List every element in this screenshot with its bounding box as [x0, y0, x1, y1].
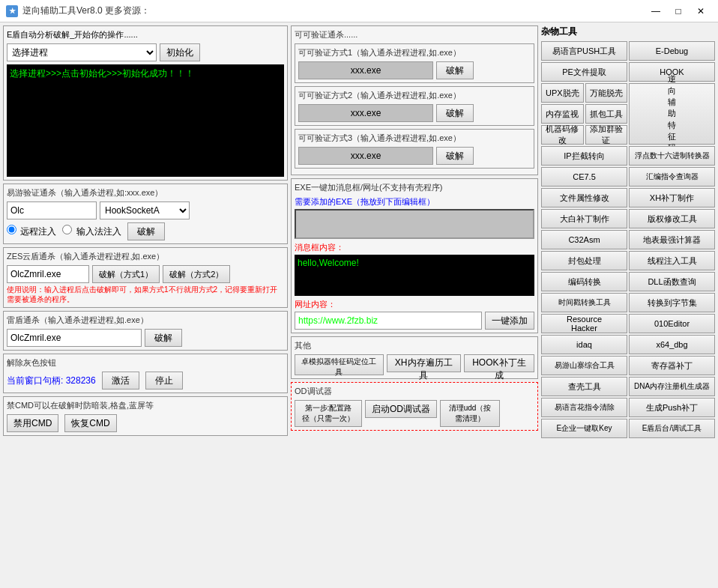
verify-v2-crack-button[interactable]: 破解 [436, 104, 474, 122]
eshield-section: E盾自动分析破解_开始你的操作...... 选择进程 初始化 选择进程>>>点击… [3, 25, 288, 181]
restore-cmd-button[interactable]: 恢复CMD [64, 414, 116, 432]
od-start-button[interactable]: 启动OD调试器 [365, 400, 437, 418]
e-one-key-button[interactable]: E企业一键取Key [541, 419, 627, 438]
lei-crack-button[interactable]: 破解 [145, 329, 182, 347]
zes-section: ZES云盾通杀（输入通杀进程进程,如.exe） 破解（方式1） 破解（方式2） … [3, 247, 288, 308]
middle-panel: 可可验证通杀...... 可可验证方式1（输入通杀进程进程,如.exe） 破解 … [291, 25, 538, 585]
verify-v1-section: 可可验证方式1（输入通杀进程进程,如.exe） 破解 [295, 43, 534, 83]
input-inject-label[interactable]: 输入法注入 [62, 225, 121, 238]
android-locate-button[interactable]: 卓模拟器特征码定位工具 [295, 354, 384, 375]
memory-watch-button[interactable]: 内存监视 [541, 104, 584, 124]
verify-v1-input[interactable] [298, 61, 433, 79]
left-two-cols: UPX脱壳 万能脱壳 内存监视 抓包工具 机器码修改 添加群验证 [541, 83, 627, 145]
packet-button[interactable]: 抓包工具 [585, 104, 628, 124]
yiyou-crack-button[interactable]: 破解 [127, 222, 165, 240]
verify-v3-section: 可可验证方式3（输入通杀进程进程,如.exe） 破解 [295, 129, 534, 169]
idaq-button[interactable]: idaq [541, 335, 627, 354]
encode-button[interactable]: 编码转换 [541, 272, 627, 291]
zes-process-input[interactable] [7, 265, 89, 283]
verify-v3-input[interactable] [298, 147, 433, 165]
close-button[interactable]: ✕ [690, 4, 712, 19]
reverse-helper-button[interactable]: 逆 向 辅 助 特 征 码 [629, 83, 715, 145]
init-button[interactable]: 初始化 [160, 43, 200, 61]
to-string-button[interactable]: 转换到字节集 [629, 293, 715, 312]
msg-label-row: 消息框内容： [295, 242, 534, 253]
x64dbg-button[interactable]: x64_dbg [629, 335, 715, 354]
time-convert-button[interactable]: 时间戳转换工具 [541, 293, 627, 312]
lei-title: 雷盾通杀（输入通杀进程进程,如.exe） [7, 315, 284, 326]
ip-button[interactable]: IP拦截转向 [541, 146, 627, 166]
pe-button[interactable]: PE文件提取 [541, 62, 627, 82]
file-attr-button[interactable]: 文件属性修改 [541, 188, 627, 207]
right-panel-title: 杂物工具 [541, 25, 715, 38]
remote-inject-label[interactable]: 远程注入 [7, 225, 56, 238]
xh-memory-button[interactable]: XH内存遍历工具 [387, 354, 461, 372]
yiyou-method-select[interactable]: HookSocketA HookSocketB [100, 201, 190, 219]
maximize-button[interactable]: □ [667, 4, 690, 19]
url-input[interactable] [295, 312, 482, 330]
asm-query-button[interactable]: 汇编指令查询器 [629, 167, 715, 187]
verify-v3-crack-button[interactable]: 破解 [436, 147, 474, 165]
lei-row: 破解 [7, 329, 284, 347]
app-icon: ★ [6, 5, 18, 17]
check-tool-button[interactable]: 查壳工具 [541, 377, 627, 396]
minimize-button[interactable]: — [645, 4, 667, 19]
drop-hint-label: 需要添加的EXE（拖放到下面编辑框） [295, 196, 534, 207]
activate-button[interactable]: 激活 [102, 372, 139, 390]
verify-v1-crack-button[interactable]: 破解 [436, 61, 474, 79]
disable-cmd-button[interactable]: 禁用CMD [7, 414, 58, 432]
zes-crack2-button[interactable]: 破解（方式2） [163, 265, 230, 283]
lei-process-input[interactable] [7, 329, 142, 347]
resource-hacker-button[interactable]: Resource Hacker [541, 314, 627, 333]
memory-patch-button[interactable]: 寄存器补丁 [629, 356, 715, 375]
remote-inject-radio[interactable] [7, 225, 16, 234]
add-button[interactable]: 一键添加 [485, 312, 534, 330]
wantuo-button[interactable]: 万能脱壳 [585, 83, 628, 103]
yiyou-process-input[interactable] [7, 201, 97, 219]
map-calc-button[interactable]: 地表最强计算器 [629, 230, 715, 249]
xh-patch-button[interactable]: XH补丁制作 [629, 188, 715, 207]
yiyou-title: 易游验证通杀（输入通杀进程,如:xxx.exe） [7, 187, 284, 198]
dna-memory-button[interactable]: DNA内存注册机生成器 [629, 377, 715, 396]
left-panel: E盾自动分析破解_开始你的操作...... 选择进程 初始化 选择进程>>>点击… [3, 25, 288, 585]
verify-v1-title: 可可验证方式1（输入通杀进程进程,如.exe） [298, 47, 531, 58]
input-inject-radio[interactable] [62, 225, 72, 234]
edebug-button[interactable]: E-Debug [629, 41, 715, 61]
od-title: OD调试器 [295, 386, 534, 397]
stop-button[interactable]: 停止 [145, 372, 183, 390]
verify-v3-row: 破解 [298, 147, 531, 165]
zes-crack1-button[interactable]: 破解（方式1） [92, 265, 160, 283]
ce75-button[interactable]: CE7.5 [541, 167, 627, 187]
window-controls: — □ ✕ [645, 4, 712, 19]
yiyuyan-push-button[interactable]: 易语言PUSH工具 [541, 41, 627, 61]
010editor-button[interactable]: 010Editor [629, 314, 715, 333]
upx-button[interactable]: UPX脱壳 [541, 83, 584, 103]
other-buttons: 卓模拟器特征码定位工具 XH内存遍历工具 HOOK补丁生成 [295, 354, 534, 375]
url-row: 一键添加 [295, 312, 534, 330]
big-patch-button[interactable]: 大白补丁制作 [541, 209, 627, 228]
machine-code-button[interactable]: 机器码修改 [541, 125, 584, 145]
thread-inject-button[interactable]: 线程注入工具 [629, 251, 715, 270]
process-select[interactable]: 选择进程 [7, 43, 157, 61]
pack-button[interactable]: 封包处理 [541, 251, 627, 270]
gray-btn-title: 解除灰色按钮 [7, 357, 284, 369]
add-verify-button[interactable]: 添加群验证 [585, 125, 628, 145]
od-section: OD调试器 第一步:配置路径（只需一次） 启动OD调试器 清理udd（按需清理） [291, 382, 538, 431]
verify-v1-row: 破解 [298, 61, 531, 79]
exe-drop-area[interactable] [295, 209, 534, 239]
copyright-button[interactable]: 版权修改工具 [629, 209, 715, 228]
dll-query-button[interactable]: DLL函数查询 [629, 272, 715, 291]
url-label: 网址内容： [295, 299, 336, 310]
hook-patch-button[interactable]: HOOK补丁生成 [464, 354, 534, 372]
verify-v3-title: 可可验证方式3（输入通杀进程进程,如.exe） [298, 133, 531, 144]
e-backend-button[interactable]: E盾后台/调试工具 [629, 419, 715, 438]
verify-v2-input[interactable] [298, 104, 433, 122]
float-hex-button[interactable]: 浮点数十六进制转换器 [629, 146, 715, 166]
easy-flower-button[interactable]: 易语言花指令清除 [541, 398, 627, 417]
window-handle-label: 当前窗口句柄: 328236 [7, 375, 96, 387]
c32asm-button[interactable]: C32Asm [541, 230, 627, 249]
od-config-button[interactable]: 第一步:配置路径（只需一次） [295, 400, 362, 427]
make-push-button[interactable]: 生成Push补丁 [629, 398, 715, 417]
od-clean-button[interactable]: 清理udd（按需清理） [440, 400, 500, 427]
easy-mountain-button[interactable]: 易游山寨综合工具 [541, 356, 627, 375]
